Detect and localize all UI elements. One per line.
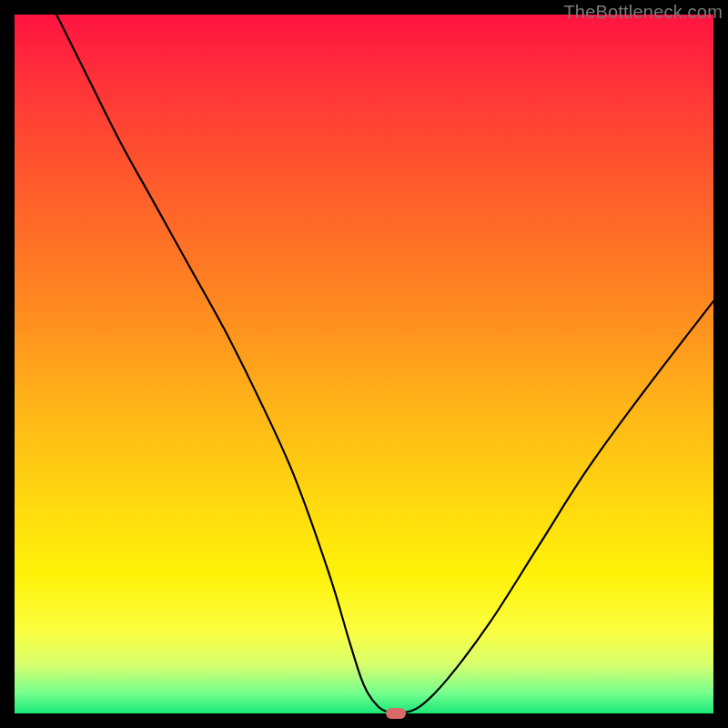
chart-frame: TheBottleneck.com [0, 0, 728, 728]
bottleneck-curve [15, 15, 713, 713]
plot-area [15, 15, 713, 713]
watermark-label: TheBottleneck.com [563, 2, 723, 23]
minimum-marker [386, 708, 406, 719]
curve-path [56, 15, 713, 714]
